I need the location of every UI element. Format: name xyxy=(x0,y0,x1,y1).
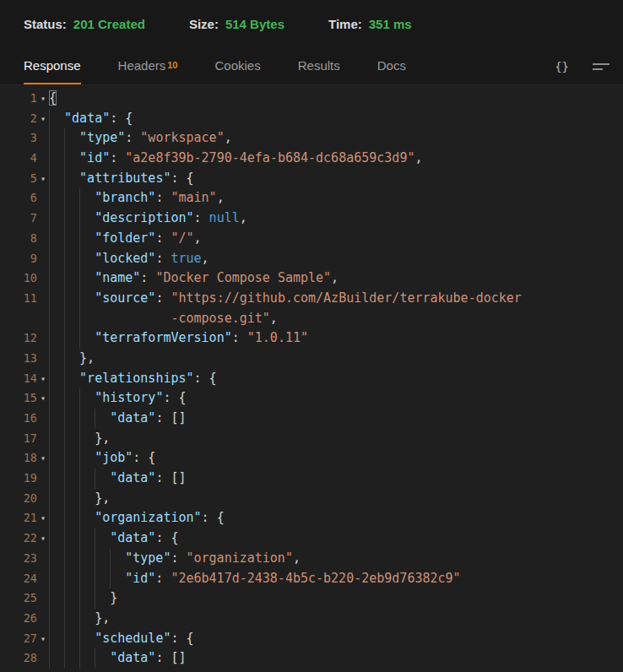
code-token: : xyxy=(171,550,186,566)
line-number: 23 xyxy=(0,549,37,569)
gutter: 7 xyxy=(0,209,49,229)
tab-cookies[interactable]: Cookies xyxy=(215,47,261,84)
indent-guide xyxy=(49,609,64,629)
fold-chevron-icon[interactable]: ▾ xyxy=(37,508,49,528)
line-number: 22 xyxy=(0,528,37,549)
size-label: Size: xyxy=(189,17,219,31)
code-text[interactable]: "attributes": { xyxy=(49,169,194,189)
code-line: 5▾"attributes": { xyxy=(0,169,623,189)
code-text[interactable]: "id": "a2e8f39b-2790-4efa-b684-dc68a659c… xyxy=(49,149,422,169)
code-line: 23"type": "organization", xyxy=(0,549,623,569)
code-token: "data" xyxy=(110,470,155,485)
code-text[interactable]: "folder": "/", xyxy=(49,229,202,249)
fold-chevron-icon[interactable]: ▾ xyxy=(37,629,49,649)
code-text[interactable]: "locked": true, xyxy=(49,249,209,269)
code-text[interactable]: }, xyxy=(49,609,110,629)
code-text[interactable]: "job": { xyxy=(49,448,155,469)
indent-guide xyxy=(64,508,79,528)
line-number: 26 xyxy=(0,609,37,629)
code-text[interactable]: "data": [] xyxy=(49,648,187,669)
fold-gutter xyxy=(37,569,49,589)
code-text[interactable]: }, xyxy=(49,349,95,369)
code-text[interactable]: -compose.git", xyxy=(49,309,278,329)
indent-guide xyxy=(79,309,95,329)
code-text[interactable]: }, xyxy=(49,489,110,509)
gutter: 28 xyxy=(0,648,49,669)
code-text[interactable]: "id": "2e6b417d-2438-4b5c-b220-2eb9d7638… xyxy=(49,569,461,589)
code-text[interactable]: "source": "https://github.com/AzBuilder/… xyxy=(49,289,522,309)
tab-results[interactable]: Results xyxy=(298,47,340,84)
fold-gutter xyxy=(37,588,49,609)
indent-guide xyxy=(64,128,79,149)
code-text[interactable]: "branch": "main", xyxy=(49,188,225,209)
indent-guide xyxy=(49,569,64,589)
code-token: "schedule" xyxy=(95,631,171,646)
code-text[interactable]: } xyxy=(49,588,117,609)
code-text[interactable]: "schedule": { xyxy=(49,629,194,649)
tab-cookies-label: Cookies xyxy=(215,58,261,73)
code-token: : [] xyxy=(155,650,186,665)
code-text[interactable]: "name": "Docker Compose Sample", xyxy=(49,268,339,289)
code-token: : { xyxy=(171,631,193,646)
gutter: 5▾ xyxy=(0,169,49,189)
code-token: : [] xyxy=(155,410,186,425)
indent-guide xyxy=(79,569,95,589)
code-text[interactable]: }, xyxy=(49,429,110,449)
response-json-editor[interactable]: 1▾{2▾"data": {3"type": "workspace",4"id"… xyxy=(0,85,623,669)
code-text[interactable]: "description": null, xyxy=(49,209,247,229)
headers-count-badge: 10 xyxy=(167,60,177,70)
code-text[interactable]: "type": "organization", xyxy=(49,549,301,569)
indent-guide xyxy=(64,588,79,609)
code-line: 6"branch": "main", xyxy=(0,188,623,209)
code-line: 22▾"data": { xyxy=(0,528,623,549)
code-text[interactable]: "type": "workspace", xyxy=(49,128,232,149)
gutter: 9 xyxy=(0,249,49,269)
line-number: 1 xyxy=(0,89,37,109)
code-text[interactable]: "data": { xyxy=(49,109,133,129)
code-text[interactable]: "relationships": { xyxy=(49,369,217,389)
menu-icon[interactable] xyxy=(591,60,611,73)
code-text[interactable]: "terraformVersion": "1.0.11" xyxy=(49,328,308,349)
format-braces-icon[interactable]: {} xyxy=(555,60,569,73)
code-token: "1.0.11" xyxy=(247,330,308,345)
indent-guide xyxy=(49,469,64,489)
code-line: 7"description": null, xyxy=(0,209,623,229)
line-number: 28 xyxy=(0,648,37,669)
code-token: , xyxy=(225,130,232,145)
fold-gutter xyxy=(37,349,49,369)
code-token: "terraformVersion" xyxy=(95,330,232,345)
fold-chevron-icon[interactable]: ▾ xyxy=(37,388,49,409)
line-number: 14 xyxy=(0,369,37,389)
indent-guide xyxy=(64,388,79,409)
tab-headers[interactable]: Headers 10 xyxy=(118,47,178,84)
indent-guide xyxy=(95,549,110,569)
fold-chevron-icon[interactable]: ▾ xyxy=(37,89,49,109)
code-text[interactable]: "history": { xyxy=(49,388,187,409)
code-text[interactable]: "data": [] xyxy=(49,469,187,489)
code-token: "data" xyxy=(110,650,155,665)
indent-guide xyxy=(64,369,79,389)
gutter: 23 xyxy=(0,549,49,569)
code-token: "Docker Compose Sample" xyxy=(155,270,331,285)
code-token: : { xyxy=(171,171,193,186)
response-tab-bar: Response Headers 10 Cookies Results Docs… xyxy=(0,47,623,85)
fold-chevron-icon[interactable]: ▾ xyxy=(37,369,49,389)
fold-chevron-icon[interactable]: ▾ xyxy=(37,169,49,189)
code-text[interactable]: { xyxy=(49,89,57,109)
code-text[interactable]: "organization": { xyxy=(49,508,225,528)
gutter: 27▾ xyxy=(0,629,49,649)
fold-gutter xyxy=(37,549,49,569)
fold-chevron-icon[interactable]: ▾ xyxy=(37,448,49,469)
indent-guide xyxy=(49,648,64,669)
line-number xyxy=(0,309,37,329)
tab-docs[interactable]: Docs xyxy=(377,47,406,84)
indent-guide xyxy=(64,469,79,489)
code-token: "description" xyxy=(95,210,193,225)
code-line: 27▾"schedule": { xyxy=(0,629,623,649)
code-text[interactable]: "data": { xyxy=(49,528,178,549)
code-line: 19"data": [] xyxy=(0,469,623,489)
fold-chevron-icon[interactable]: ▾ xyxy=(37,528,49,549)
code-text[interactable]: "data": [] xyxy=(49,409,187,429)
fold-chevron-icon[interactable]: ▾ xyxy=(37,109,49,129)
tab-response[interactable]: Response xyxy=(24,47,81,84)
